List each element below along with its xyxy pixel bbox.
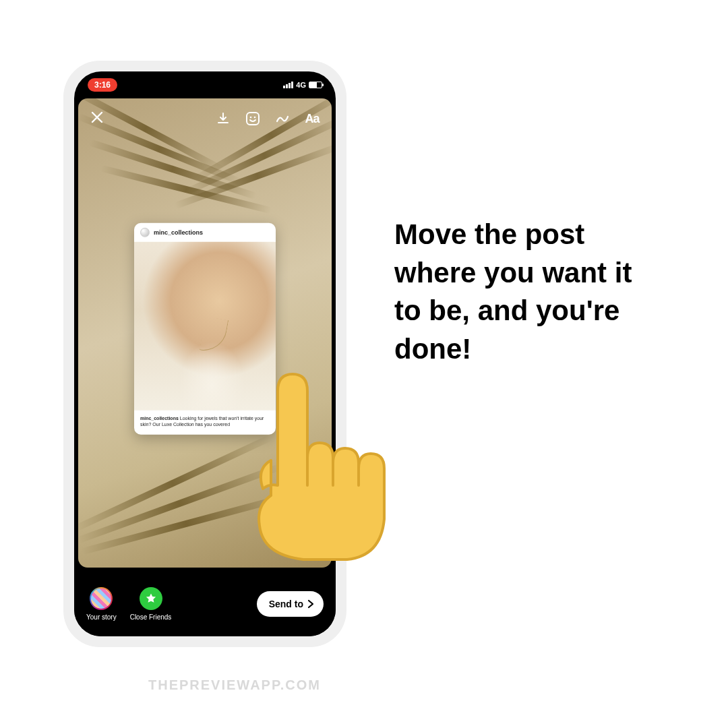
shared-post-sticker[interactable]: minc_collections minc_collections Lookin… <box>134 223 276 435</box>
post-caption: minc_collections Looking for jewels that… <box>134 411 276 435</box>
status-right: 4G <box>283 81 322 89</box>
post-caption-user: minc_collections <box>140 416 179 421</box>
post-username: minc_collections <box>154 229 203 236</box>
status-network: 4G <box>296 81 306 89</box>
send-to-button[interactable]: Send to <box>257 591 324 617</box>
status-time-recording: 3:16 <box>88 78 117 92</box>
chevron-right-icon <box>306 599 315 609</box>
phone-notch <box>144 71 266 90</box>
close-friends-star-icon <box>140 587 162 610</box>
text-tool-button[interactable]: Aa <box>305 111 320 126</box>
svg-rect-0 <box>247 113 259 125</box>
signal-icon <box>283 82 293 88</box>
story-editor-toolbar: Aa <box>78 111 332 127</box>
post-header: minc_collections <box>134 223 276 242</box>
close-button[interactable] <box>90 111 104 127</box>
close-friends-button[interactable]: Close Friends <box>130 587 172 621</box>
svg-point-1 <box>250 117 252 119</box>
your-story-avatar-icon <box>90 587 113 610</box>
post-avatar <box>140 228 150 237</box>
your-story-label: Your story <box>86 613 117 621</box>
draw-icon[interactable] <box>275 111 290 126</box>
phone-frame: 3:16 4G <box>63 61 346 647</box>
story-share-bar: Your story Close Friends Send to <box>74 572 336 636</box>
sticker-icon[interactable] <box>245 111 260 126</box>
instruction-text: Move the post where you want it to be, a… <box>394 216 664 369</box>
download-icon[interactable] <box>216 111 231 126</box>
send-to-label: Send to <box>269 599 303 609</box>
post-image <box>134 242 276 411</box>
your-story-button[interactable]: Your story <box>86 587 117 621</box>
watermark: THEPREVIEWAPP.COM <box>148 677 321 693</box>
phone-screen: 3:16 4G <box>74 71 336 636</box>
story-background[interactable]: Aa minc_collections minc_collections Loo… <box>78 98 332 568</box>
close-friends-label: Close Friends <box>130 613 172 621</box>
battery-icon <box>309 82 322 88</box>
svg-point-2 <box>254 117 256 119</box>
